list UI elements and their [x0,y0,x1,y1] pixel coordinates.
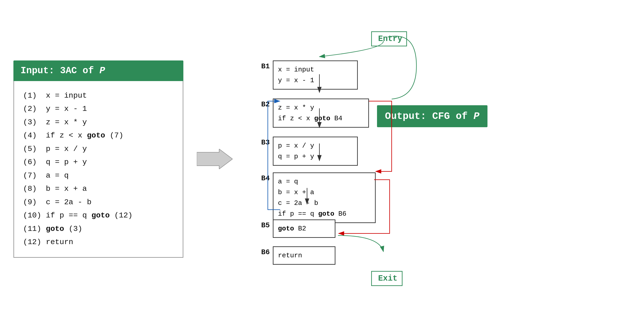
cfg-block-b2: z = x * y if z < x goto B4 [273,99,369,128]
code-line-7: (7) a = q [23,169,174,183]
output-label: Output: CFG of P [377,105,488,127]
b4-line4: if p == q goto B6 [278,209,370,219]
cfg-block-b3: p = x / y q = p + y [273,137,358,166]
code-line-2: (2) y = x - 1 [23,102,174,116]
b3-line1: p = x / y [278,140,353,151]
code-line-5: (5) p = x / y [23,142,174,156]
cfg-panel: Entry B1 x = input y = x - 1 B2 z = x * … [246,25,630,293]
code-line-6: (6) q = p + y [23,156,174,169]
main-container: Input: 3AC of P (1) x = input (2) y = x … [14,25,630,293]
b6-line1: return [278,250,330,261]
cfg-block-b1: x = input y = x - 1 [273,60,358,90]
exit-box: Exit [371,271,402,286]
cfg-block-b4: a = q b = x + a c = 2a - b if p == q got… [273,173,376,223]
block-label-b5: B5 [261,221,270,230]
b1-line2: y = x - 1 [278,75,353,86]
code-line-11: (11) goto (3) [23,222,174,236]
code-line-10: (10) if p == q goto (12) [23,209,174,222]
entry-box: Entry [371,31,407,46]
block-label-b2: B2 [261,100,270,109]
block-label-b3: B3 [261,138,270,147]
b4-line1: a = q [278,176,370,187]
cfg-block-b6: return [273,246,336,265]
b1-line1: x = input [278,64,353,75]
b2-line2: if z < x goto B4 [278,113,364,124]
cfg-area: Entry B1 x = input y = x - 1 B2 z = x * … [246,25,492,293]
block-label-b1: B1 [261,62,270,71]
code-line-3: (3) z = x * y [23,116,174,129]
code-line-4: (4) if z < x goto (7) [23,129,174,142]
code-line-12: (12) return [23,236,174,249]
input-body: (1) x = input (2) y = x - 1 (3) z = x * … [14,81,183,258]
svg-marker-0 [197,149,232,169]
code-line-1: (1) x = input [23,89,174,103]
block-label-b6: B6 [261,248,270,256]
b4-line3: c = 2a - b [278,198,370,209]
code-line-9: (9) c = 2a - b [23,196,174,209]
b5-line1: goto B2 [278,223,330,234]
b3-line2: q = p + y [278,151,353,162]
code-line-8: (8) b = x + a [23,182,174,196]
cfg-block-b5: goto B2 [273,219,336,238]
input-header: Input: 3AC of P [14,60,183,81]
input-panel: Input: 3AC of P (1) x = input (2) y = x … [14,60,183,258]
transform-arrow [197,149,232,169]
b2-line1: z = x * y [278,102,364,113]
b4-line2: b = x + a [278,187,370,198]
block-label-b4: B4 [261,174,270,183]
